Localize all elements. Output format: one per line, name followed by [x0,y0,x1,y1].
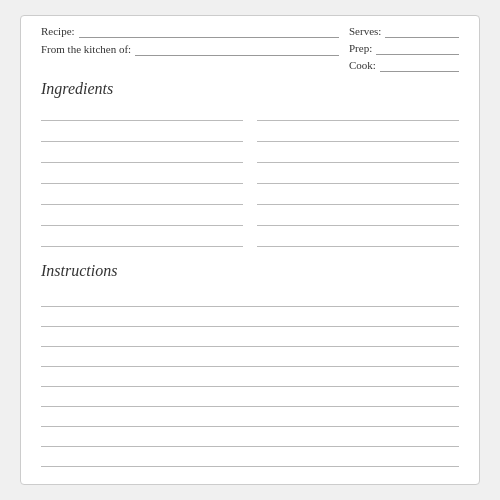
ingredients-right-col [257,103,459,250]
instructions-heading: Instructions [41,262,459,280]
ingredients-grid [41,103,459,250]
ingredient-line[interactable] [257,103,459,121]
serves-input-line[interactable] [385,24,459,38]
ingredients-left-col [41,103,243,250]
instruction-line[interactable] [41,307,459,327]
serves-row: Serves: [349,24,459,38]
instruction-line[interactable] [41,287,459,307]
recipe-input-line[interactable] [79,24,339,38]
recipe-meta: Serves: Prep: Cook: [349,24,459,72]
recipe-card: 🥄 🍅 🥕 🍴 🫑 💬 🧅 🔪 Card Recipe: From the ki… [20,15,480,485]
cook-input-line[interactable] [380,58,459,72]
ingredient-line[interactable] [257,208,459,226]
kitchen-row: From the kitchen of: [41,42,339,56]
ingredient-line[interactable] [257,166,459,184]
instruction-line[interactable] [41,367,459,387]
instruction-line[interactable] [41,387,459,407]
instructions-lines [41,287,459,485]
ingredient-line[interactable] [41,208,243,226]
ingredient-line[interactable] [41,229,243,247]
card-body: Recipe: From the kitchen of: Serves: Pre… [21,16,479,485]
serves-label: Serves: [349,25,381,37]
ingredient-line[interactable] [41,166,243,184]
kitchen-input-line[interactable] [135,42,339,56]
ingredients-heading: Ingredients [41,80,459,98]
recipe-row: Recipe: From the kitchen of: Serves: Pre… [41,24,459,72]
recipe-left: Recipe: From the kitchen of: [41,24,339,56]
ingredient-line[interactable] [257,229,459,247]
ingredient-line[interactable] [257,145,459,163]
cook-label: Cook: [349,59,376,71]
recipe-label-row: Recipe: [41,24,339,38]
ingredient-line[interactable] [41,103,243,121]
prep-label: Prep: [349,42,372,54]
ingredient-line[interactable] [257,124,459,142]
instruction-line[interactable] [41,467,459,485]
cook-row: Cook: [349,58,459,72]
recipe-label: Recipe: [41,25,75,37]
instruction-line[interactable] [41,427,459,447]
instruction-line[interactable] [41,347,459,367]
ingredient-line[interactable] [41,124,243,142]
ingredient-line[interactable] [41,145,243,163]
kitchen-label: From the kitchen of: [41,43,131,55]
instruction-line[interactable] [41,407,459,427]
ingredient-line[interactable] [257,187,459,205]
prep-row: Prep: [349,41,459,55]
instruction-line[interactable] [41,447,459,467]
prep-input-line[interactable] [376,41,459,55]
instruction-line[interactable] [41,327,459,347]
ingredient-line[interactable] [41,187,243,205]
